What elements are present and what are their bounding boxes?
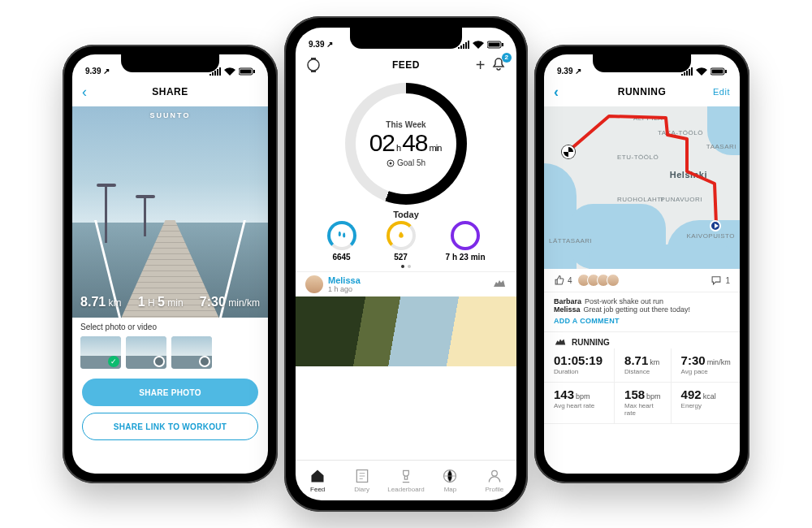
back-button[interactable]: ‹ [82,84,88,101]
wifi-icon [224,67,235,76]
route-map[interactable]: ALPPILA TAKA-TÖÖLÖ ETU-TÖÖLÖ RUOHOLAHTI … [544,106,740,269]
tab-diary[interactable]: Diary [339,461,383,500]
this-week-label: This Week [386,120,425,129]
tab-leaderboard[interactable]: Leaderboard [384,461,428,500]
svg-point-10 [389,162,391,164]
svg-rect-2 [253,70,255,73]
avatar [305,275,323,293]
thumbnail-3[interactable] [171,336,212,369]
target-icon [387,159,395,167]
metric-sleep[interactable]: 7 h 23 min [446,221,486,262]
status-time: 9.39 ↗ [85,67,110,76]
page-title: FEED [392,59,420,71]
comment-row: BarbaraPost-work shake out run [554,297,730,305]
today-heading: Today [296,210,516,219]
notch [593,54,692,72]
svg-rect-4 [489,43,500,47]
battery-icon [710,67,727,76]
tab-feed[interactable]: Feed [296,461,339,500]
stat-energy: 492kcalEnergy [672,383,740,424]
phone-feed: 9.39 ↗ FEED + 2 [284,16,528,512]
battery-icon [487,41,503,49]
svg-rect-16 [725,70,727,73]
week-time-value: 02h48min [369,129,443,157]
status-time: 9.39 ↗ [309,40,333,49]
activity-heading: RUNNING [544,331,740,348]
stat-pace: 7:30min/kmAvg pace [672,348,740,383]
back-button[interactable]: ‹ [554,84,559,101]
notch [350,28,462,49]
tab-profile[interactable]: Profile [473,461,516,500]
navbar: ‹ SHARE [72,77,268,106]
thumbnail-1[interactable]: ✓ [80,336,121,369]
steps-icon [336,230,348,241]
tab-bar: Feed Diary Leaderboard Map Profile [296,460,516,500]
today-metrics: 6645 527 7 h 23 min [296,219,516,263]
wifi-icon [473,41,484,49]
social-bar: 4 1 [544,269,740,292]
svg-point-6 [308,59,319,71]
metric-distance: 8.71 [80,295,106,309]
add-button[interactable]: + [476,56,486,75]
svg-rect-8 [311,71,316,72]
notifications-button[interactable]: 2 [490,56,507,75]
route-start-flag-icon [562,145,575,158]
select-ring-icon [153,356,165,367]
stat-duration: 01:05:19Duration [544,348,615,383]
post-time: 1 h ago [328,285,361,293]
share-link-button[interactable]: SHARE LINK TO WORKOUT [82,413,258,440]
brand-logo: SUUNTO [150,111,191,119]
navbar: FEED + 2 [296,50,516,80]
svg-point-13 [491,470,497,476]
watch-icon[interactable] [305,57,322,73]
stat-avg-hr: 143bpmAvg heart rate [544,383,615,424]
photo-thumbnails: ✓ [72,333,268,372]
svg-rect-7 [311,58,316,59]
page-dots [296,265,516,268]
stat-distance: 8.71kmDistance [615,348,672,383]
comments-list: BarbaraPost-work shake out run MelissaGr… [544,292,740,315]
thumbs-up-icon [554,275,565,286]
status-icons [458,41,503,49]
hero-metrics: 8.71 km 1 H 5 min 7:30 min/km [72,295,268,309]
tab-map[interactable]: Map [428,461,472,500]
metric-steps[interactable]: 6645 [327,221,356,262]
metric-calories[interactable]: 527 [387,221,416,262]
comment-icon [710,275,722,286]
wifi-icon [696,67,707,76]
hero-photo: SUUNTO 8.71 km 1 H 5 min 7:30 min/km [72,106,268,318]
notification-badge: 2 [502,53,512,63]
status-time: 9.39 ↗ [557,67,581,76]
navbar: ‹ RUNNING Edit [544,77,740,106]
edit-button[interactable]: Edit [713,87,730,97]
thumbnail-2[interactable] [126,336,166,369]
running-icon [554,337,567,347]
svg-rect-1 [240,70,252,74]
route-path [544,106,740,269]
comments-button[interactable]: 1 [710,275,730,286]
post-author: Melissa [328,275,361,285]
flame-icon [395,230,407,241]
goal-label: Goal 5h [387,158,425,167]
add-comment-button[interactable]: ADD A COMMENT [544,315,740,331]
metric-duration-h: 1 [138,295,145,309]
comment-row: MelissaGreat job getting out there today… [554,305,730,314]
share-photo-button[interactable]: SHARE PHOTO [82,379,258,406]
page-title: SHARE [152,86,188,97]
select-ring-icon [199,356,210,367]
notch [121,54,220,72]
svg-rect-15 [712,70,723,74]
stat-max-hr: 158bpmMax heart rate [615,383,672,424]
like-button[interactable]: 4 [554,275,572,286]
feed-post-image[interactable] [296,296,516,366]
liker-avatars[interactable] [581,274,620,287]
phone-share: 9.39 ↗ ‹ SHARE SUUNTO [63,45,278,483]
feed-post-header[interactable]: Melissa 1 h ago [296,271,516,296]
select-photo-label: Select photo or video [72,318,268,333]
svg-rect-5 [502,43,503,46]
metric-pace: 7:30 [200,295,226,309]
phone-running: 9.39 ↗ ‹ RUNNING Edit A [534,45,749,483]
route-end-marker-icon [710,220,721,232]
stats-grid: 01:05:19Duration 8.71kmDistance 7:30min/… [544,348,740,424]
week-progress-ring[interactable]: This Week 02h48min Goal 5h [345,83,467,205]
